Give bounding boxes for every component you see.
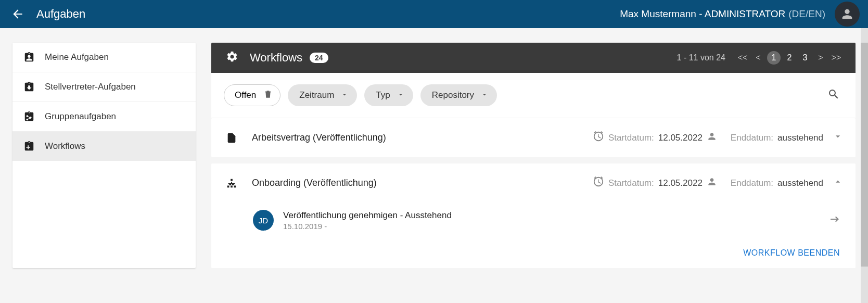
sidebar-item-label: Stellvertreter-Aufgaben	[45, 82, 136, 92]
pagination: << < 1 2 3 > >>	[736, 51, 843, 65]
workflow-meta: Startdatum: 12.05.2022 Enddatum: aussteh…	[593, 176, 843, 190]
workflows-count-badge: 24	[310, 53, 328, 63]
page-prev[interactable]: <	[751, 51, 765, 65]
filter-repository-label: Repository	[432, 90, 474, 100]
workflow-actions: WORKFLOW BEENDEN	[211, 238, 856, 268]
page-title: Aufgaben	[36, 7, 620, 21]
sidebar-item-label: Gruppenaufgaben	[45, 111, 116, 122]
page-1[interactable]: 1	[767, 51, 781, 65]
workflow-title: Arbeitsvertrag (Veröffentlichung)	[252, 132, 593, 143]
filter-chip-open[interactable]: Offen	[224, 84, 280, 106]
arrow-left-icon	[11, 7, 24, 21]
end-label: Enddatum:	[731, 133, 773, 143]
trash-icon[interactable]	[263, 90, 273, 102]
user-name: Max Mustermann - ADMINISTRATOR	[620, 8, 785, 20]
sidebar-item-workflows[interactable]: Workflows	[12, 132, 196, 161]
workflow-meta: Startdatum: 12.05.2022 Enddatum: aussteh…	[593, 131, 843, 145]
sidebar-item-label: Workflows	[45, 141, 85, 152]
sidebar-item-delegate-tasks[interactable]: Stellvertreter-Aufgaben	[12, 72, 196, 102]
workflows-header: Workflows 24 1 - 11 von 24 << < 1 2 3 > …	[211, 43, 856, 73]
filter-zeitraum-label: Zeitraum	[299, 90, 334, 100]
scrollbar-thumb[interactable]	[861, 43, 868, 267]
arrow-right-icon[interactable]	[826, 211, 843, 230]
scrollbar[interactable]	[861, 28, 868, 303]
sidebar-item-label: Meine Aufgaben	[45, 52, 109, 62]
clipboard-person-icon	[23, 51, 35, 64]
chevron-up-icon[interactable]	[833, 176, 843, 190]
sidebar-item-my-tasks[interactable]: Meine Aufgaben	[12, 43, 196, 72]
clock-icon	[593, 176, 604, 190]
workflow-card: Onboarding (Veröffentlichung) Startdatum…	[211, 163, 856, 268]
page-last[interactable]: >>	[829, 51, 843, 65]
filter-open-label: Offen	[235, 90, 256, 100]
gear-icon[interactable]	[226, 51, 238, 65]
page-first[interactable]: <<	[736, 51, 749, 65]
workflow-title: Onboarding (Veröffentlichung)	[252, 178, 593, 188]
app-header: Aufgaben Max Mustermann - ADMINISTRATOR …	[0, 0, 868, 28]
person-icon	[840, 7, 854, 21]
pagination-range: 1 - 11 von 24	[677, 53, 725, 62]
start-label: Startdatum:	[608, 133, 654, 143]
clipboard-share-icon	[23, 110, 35, 123]
search-icon[interactable]	[824, 85, 843, 106]
start-value: 12.05.2022	[658, 133, 703, 143]
person-icon	[707, 176, 717, 190]
dropdown-icon	[481, 90, 488, 100]
task-avatar: JD	[253, 210, 274, 231]
clipboard-plus-icon	[23, 140, 35, 153]
sitemap-icon	[224, 178, 239, 189]
filter-chip-zeitraum[interactable]: Zeitraum	[288, 84, 357, 106]
filter-chip-repository[interactable]: Repository	[420, 84, 497, 106]
lang-indicator: (DE/EN)	[788, 8, 825, 20]
end-value: ausstehend	[777, 133, 823, 143]
end-label: Enddatum:	[731, 178, 773, 188]
task-date: 15.10.2019 -	[283, 222, 826, 231]
page-3[interactable]: 3	[798, 51, 812, 65]
workflow-task[interactable]: JD Veröffentlichung genehmigen - Aussteh…	[211, 203, 856, 238]
dropdown-icon	[398, 90, 404, 100]
sidebar-item-group-tasks[interactable]: Gruppenaufgaben	[12, 102, 196, 132]
dropdown-icon	[341, 90, 348, 100]
workflow-card: Arbeitsvertrag (Veröffentlichung) Startd…	[211, 118, 856, 157]
user-block[interactable]: Max Mustermann - ADMINISTRATOR (DE/EN)	[620, 2, 860, 27]
workflow-row[interactable]: Arbeitsvertrag (Veröffentlichung) Startd…	[211, 118, 856, 157]
task-title: Veröffentlichung genehmigen - Ausstehend	[283, 210, 826, 221]
clipboard-down-icon	[23, 81, 35, 93]
avatar[interactable]	[835, 2, 860, 27]
end-workflow-button[interactable]: WORKFLOW BEENDEN	[743, 248, 840, 258]
person-icon	[707, 131, 717, 144]
page-2[interactable]: 2	[783, 51, 796, 65]
clock-icon	[593, 131, 604, 145]
start-label: Startdatum:	[608, 178, 654, 188]
chevron-down-icon[interactable]	[833, 131, 843, 144]
filter-typ-label: Typ	[376, 90, 390, 100]
back-button[interactable]	[8, 5, 27, 23]
page-next[interactable]: >	[814, 51, 827, 65]
workflows-title: Workflows	[250, 51, 302, 65]
content-area: Workflows 24 1 - 11 von 24 << < 1 2 3 > …	[211, 43, 856, 268]
sidebar: Meine Aufgaben Stellvertreter-Aufgaben G…	[12, 43, 196, 268]
workflow-row[interactable]: Onboarding (Veröffentlichung) Startdatum…	[211, 163, 856, 203]
filter-chip-typ[interactable]: Typ	[364, 84, 413, 106]
start-value: 12.05.2022	[658, 178, 703, 188]
filter-bar: Offen Zeitraum Typ Repository	[211, 73, 856, 118]
end-value: ausstehend	[777, 178, 823, 188]
document-icon	[224, 132, 239, 144]
